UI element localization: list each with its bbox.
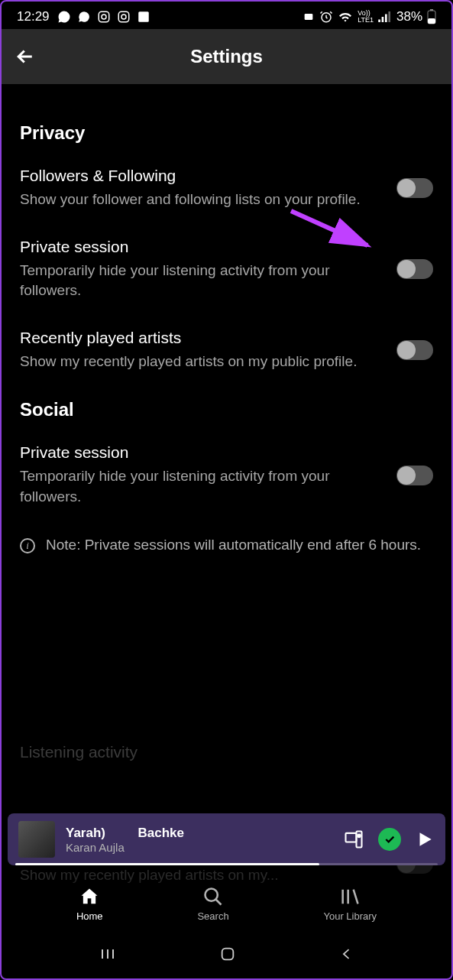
followers-following-toggle[interactable]: [396, 178, 433, 198]
svg-rect-4: [138, 11, 149, 22]
added-check-icon[interactable]: [378, 828, 401, 851]
svg-rect-19: [222, 949, 234, 960]
setting-label: Private session: [20, 238, 384, 256]
svg-point-3: [121, 15, 126, 19]
svg-point-18: [205, 889, 218, 901]
nav-home[interactable]: Home: [76, 886, 103, 922]
svg-rect-10: [388, 11, 390, 22]
playback-progress[interactable]: [15, 863, 438, 865]
gallery-icon: [137, 10, 150, 24]
private-session-toggle[interactable]: [396, 259, 433, 279]
info-icon: i: [20, 538, 35, 553]
svg-rect-13: [428, 18, 435, 24]
battery-percent: 38%: [396, 9, 422, 24]
followers-following-row[interactable]: Followers & Following Show your follower…: [20, 167, 433, 210]
play-button[interactable]: [415, 829, 435, 849]
status-bar: 12:29 Vo))LTE1 38%: [2, 2, 451, 29]
instagram-icon: [97, 10, 111, 24]
social-section-title: Social: [20, 399, 433, 420]
recents-button[interactable]: [99, 945, 117, 963]
back-button-system[interactable]: [339, 946, 354, 962]
setting-desc: Temporarily hide your listening activity…: [20, 466, 384, 507]
svg-rect-9: [385, 15, 387, 23]
privacy-section-title: Privacy: [20, 122, 433, 144]
system-navigation: [2, 930, 451, 978]
info-note-row: i Note: Private sessions will automatica…: [20, 535, 433, 556]
svg-point-1: [102, 15, 106, 19]
private-session-row[interactable]: Private session Temporarily hide your li…: [20, 238, 433, 301]
social-private-session-row[interactable]: Private session Temporarily hide your li…: [20, 443, 433, 507]
chat-icon: [77, 10, 91, 24]
home-button[interactable]: [219, 946, 236, 962]
nav-search[interactable]: Search: [197, 886, 228, 922]
battery-icon: [427, 9, 436, 24]
svg-rect-8: [382, 17, 384, 22]
whatsapp-icon: [57, 10, 71, 24]
svg-rect-5: [305, 14, 313, 20]
back-arrow-icon: [14, 45, 37, 68]
library-icon: [339, 886, 361, 907]
wifi-icon: [338, 11, 353, 23]
search-icon: [202, 886, 224, 907]
status-time: 12:29: [17, 9, 50, 24]
album-art: [18, 821, 55, 858]
home-icon: [79, 886, 100, 907]
recently-played-row[interactable]: Recently played artists Show my recently…: [20, 329, 433, 372]
header-title: Settings: [190, 46, 263, 67]
settings-content: Privacy Followers & Following Show your …: [2, 84, 451, 555]
now-playing-bar[interactable]: Yarah) Bachke Karan Aujla: [8, 813, 445, 865]
faded-listening-activity: Listening activity: [20, 743, 433, 766]
recently-played-toggle[interactable]: [396, 340, 433, 360]
svg-rect-0: [99, 11, 109, 22]
alarm-icon: [319, 10, 333, 24]
setting-desc: Temporarily hide your listening activity…: [20, 261, 384, 301]
svg-rect-7: [378, 20, 380, 23]
settings-header: Settings: [2, 29, 451, 84]
social-private-session-toggle[interactable]: [396, 466, 433, 485]
setting-label: Followers & Following: [20, 167, 384, 185]
setting-desc: Show my recently played artists on my pu…: [20, 352, 384, 372]
signal-icon: [378, 11, 392, 22]
back-button[interactable]: [14, 44, 38, 69]
card-icon: [303, 11, 315, 23]
connect-device-icon[interactable]: [343, 829, 364, 850]
network-label: Vo))LTE1: [358, 10, 374, 24]
setting-label: Private session: [20, 443, 384, 462]
svg-rect-12: [430, 9, 433, 11]
nav-library[interactable]: Your Library: [323, 886, 377, 922]
setting-label: Recently played artists: [20, 329, 384, 347]
instagram-icon: [117, 10, 131, 24]
status-notification-icons: [57, 10, 150, 24]
track-artist: Karan Aujla: [66, 841, 332, 854]
info-text: Note: Private sessions will automaticall…: [46, 535, 421, 556]
svg-rect-2: [118, 11, 129, 22]
setting-desc: Show your follower and following lists o…: [20, 190, 384, 210]
svg-point-17: [358, 835, 361, 838]
svg-rect-15: [346, 833, 357, 842]
track-title: Yarah) Bachke: [66, 826, 332, 841]
bottom-navigation: Home Search Your Library: [2, 878, 451, 930]
